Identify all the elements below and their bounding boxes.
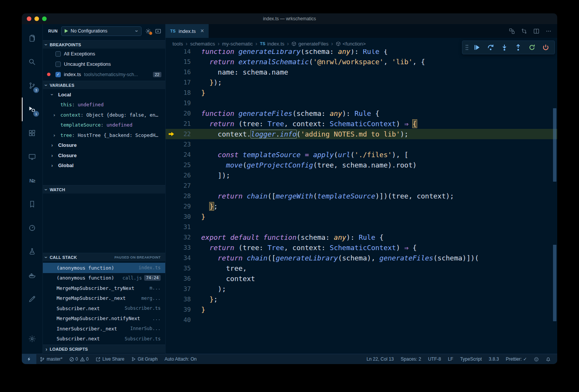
code-line[interactable]: 29 }; [166,201,557,211]
split-editor-icon[interactable] [533,28,540,34]
code-line[interactable]: 35 tree, [166,263,557,273]
breakpoint-checkbox[interactable]: ✓ [55,72,61,77]
line-number[interactable]: 17 [177,77,191,88]
code-line[interactable]: 34 return chain([generateLibrary(schema)… [166,253,557,263]
code-line[interactable]: 31 [166,222,557,232]
breadcrumb-item[interactable]: tools [172,41,183,47]
line-number[interactable]: 40 [177,315,191,325]
code-line[interactable]: 32export default function(schema: any): … [166,232,557,242]
call-stack-frame[interactable]: (anonymous function)index.ts [43,263,165,273]
line-number[interactable]: 28 [177,191,191,201]
code-line[interactable]: 15 return externalSchematic('@nrwl/works… [166,57,557,67]
code-line[interactable]: 25 move(getProjectConfig(tree, schema.na… [166,160,557,170]
call-stack-frame[interactable]: Subscriber.nextSubscriber.ts [43,334,165,344]
code-line[interactable]: 19 [166,98,557,108]
status-language[interactable]: TypeScript [457,354,485,364]
activity-docker[interactable] [22,264,42,287]
activity-search[interactable] [22,50,42,74]
code-line[interactable]: 33 return (tree: Tree, context: Schemati… [166,242,557,253]
minimize-window-button[interactable] [34,16,39,21]
status-git-graph[interactable]: Git Graph [128,354,161,364]
line-number[interactable]: 35 [177,263,191,273]
tab-index-ts[interactable]: TS index.ts × [166,24,209,38]
line-number[interactable]: 19 [177,98,191,108]
status-branch[interactable]: master* [36,354,66,364]
status-indentation[interactable]: Spaces: 2 [397,354,424,364]
variable-row[interactable]: this: undefined [43,100,165,110]
activity-test-explorer[interactable] [22,240,42,264]
more-actions-icon[interactable] [545,28,552,34]
code-line[interactable]: 39} [166,304,557,315]
line-number[interactable]: 20 [177,108,191,119]
breakpoints-header[interactable]: › BREAKPOINTS [43,40,165,49]
code-line[interactable]: 23 [166,139,557,150]
breadcrumb-item[interactable]: my-schematic [222,41,253,47]
activity-extension-compass[interactable] [22,216,42,240]
step-over-button[interactable] [484,42,497,53]
activity-settings[interactable] [22,327,42,351]
scope-row[interactable]: ›Global [43,161,165,171]
restart-button[interactable] [525,42,538,53]
activity-remote-explorer[interactable] [22,145,42,169]
breadcrumb-item[interactable]: generateFiles [291,41,329,47]
line-number[interactable]: 25 [177,160,191,170]
line-number[interactable]: 38 [177,294,191,304]
status-problems[interactable]: 00 [66,354,92,364]
code-line[interactable]: 24 const templateSource = apply(url('./f… [166,150,557,160]
breakpoint-row[interactable]: All Exceptions [43,49,165,59]
start-debug-icon[interactable] [65,29,68,33]
status-notifications[interactable] [542,354,554,364]
status-cursor-position[interactable]: Ln 22, Col 13 [363,354,397,364]
line-number[interactable]: 18 [177,88,191,98]
activity-notes[interactable] [22,287,42,311]
call-stack-frame[interactable]: MergeMapSubscriber._tryNextm... [43,283,165,293]
breakpoint-row[interactable]: ✓index.tstools/schematics/my-sch...22 [43,69,165,80]
code-line[interactable]: 38 }; [166,294,557,304]
close-tab-icon[interactable]: × [200,28,204,34]
code-line[interactable]: 21 return (tree: Tree, context: Schemati… [166,119,557,129]
status-remote[interactable] [22,354,36,364]
status-eol[interactable]: LF [444,354,457,364]
activity-nx-console[interactable]: N≥ [22,169,42,192]
configure-gear-button[interactable] [145,28,151,34]
line-number[interactable]: 23 [177,139,191,150]
call-stack-frame[interactable]: Subscriber.nextSubscriber.ts [43,303,165,314]
breadcrumb-item[interactable]: <function> [336,41,366,47]
scope-row[interactable]: ›Closure [43,140,165,151]
line-number[interactable]: 16 [177,67,191,77]
line-number[interactable]: 24 [177,150,191,160]
code-area[interactable]: 14function generateLibrary(schema: any):… [166,49,557,354]
line-number[interactable]: 22 [177,129,191,139]
code-line[interactable]: 28 return chain([mergeWith(templateSourc… [166,191,557,201]
breakpoint-checkbox[interactable] [55,62,61,67]
loaded-scripts-header[interactable]: › LOADED SCRIPTS [43,345,165,353]
code-line[interactable]: 17 }); [166,77,557,88]
line-number[interactable]: 29 [177,201,191,211]
call-stack-frame[interactable]: MergeMapSubscriber.notifyNext... [43,314,165,324]
code-line[interactable]: 18} [166,88,557,98]
line-number[interactable]: 14 [177,49,191,57]
line-number[interactable]: 15 [177,57,191,67]
activity-explorer[interactable] [22,26,42,50]
launch-config-dropdown[interactable]: No Configurations › [61,26,141,36]
call-stack-header[interactable]: › CALL STACK PAUSED ON BREAKPOINT [43,253,165,261]
breadcrumb-item[interactable]: TSindex.ts [260,41,285,47]
line-number[interactable]: 34 [177,253,191,263]
breadcrumb-item[interactable]: schematics [190,41,215,47]
continue-button[interactable] [470,42,483,53]
line-number[interactable]: 32 [177,232,191,242]
line-number[interactable]: 31 [177,222,191,232]
code-line[interactable]: 30} [166,211,557,222]
code-line[interactable]: 16 name: schema.name [166,67,557,77]
drag-handle-icon[interactable] [465,44,468,50]
code-line[interactable]: 20function generateFiles(schema: any): R… [166,108,557,119]
open-changes-icon[interactable] [509,28,515,34]
call-stack-frame[interactable]: (anonymous function)call.js74:24 [43,273,165,283]
line-number[interactable]: 30 [177,211,191,222]
status-prettier[interactable]: Prettier: ✓ [503,354,530,364]
line-number[interactable]: 37 [177,284,191,294]
code-line[interactable]: 26 ]); [166,170,557,181]
code-line[interactable]: 27 [166,181,557,191]
debug-console-button[interactable] [155,28,161,34]
disconnect-button[interactable] [539,42,552,53]
